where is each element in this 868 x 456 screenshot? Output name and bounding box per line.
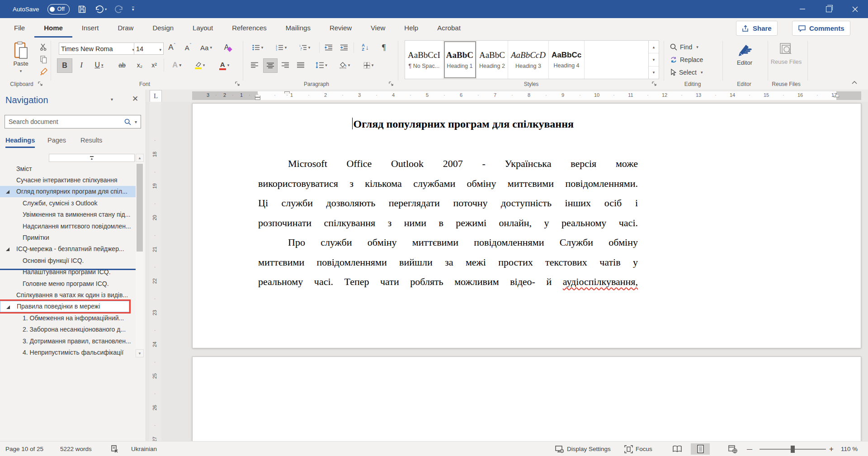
nav-heading-item[interactable]: Зміст [0, 163, 136, 174]
styles-scroll-up-button[interactable]: ▴ [649, 41, 659, 53]
font-size-combo[interactable]: 14 [134, 43, 164, 55]
ribbon-tab-view[interactable]: View [361, 18, 395, 38]
ribbon-tab-references[interactable]: References [222, 18, 276, 38]
style-card-heading-1[interactable]: AaBbCHeading 1 [443, 41, 476, 79]
navigation-pane-close-button[interactable]: ✕ [132, 94, 138, 104]
numbering-button[interactable]: 123 [271, 42, 291, 53]
ribbon-tab-help[interactable]: Help [395, 18, 428, 38]
print-layout-button[interactable] [691, 443, 710, 455]
shading-button[interactable] [335, 58, 354, 72]
align-left-button[interactable] [248, 58, 261, 72]
styles-scroll-down-button[interactable]: ▾ [649, 53, 659, 66]
document-text-line[interactable]: Ці служби дозволяють переглядати поточну… [258, 193, 638, 213]
ribbon-tab-home[interactable]: Home [34, 18, 72, 38]
nav-heading-item[interactable]: Надсилання миттєвого повідомлен... [0, 220, 136, 232]
vertical-ruler[interactable]: 18·19·20·21·22·23·24·25·26·27·· [149, 102, 161, 441]
nav-heading-item[interactable]: 1. Обмеження на інформаційний... [0, 312, 136, 323]
text-effects-button[interactable]: A [167, 58, 186, 72]
nav-heading-item[interactable]: Примітки [0, 232, 136, 243]
decrease-indent-button[interactable] [322, 42, 335, 53]
save-button[interactable] [78, 5, 86, 14]
italic-button[interactable]: I [75, 58, 88, 72]
document-text-line[interactable]: розпочинати спілкування з ними в режимі … [258, 213, 638, 233]
align-center-button[interactable] [263, 58, 278, 73]
zoom-slider-thumb[interactable] [791, 446, 795, 453]
superscript-button[interactable]: x² [147, 58, 161, 72]
nav-heading-item[interactable]: 2. Заборона несанкціонованого д... [0, 323, 136, 335]
style-card-heading-4[interactable]: AaBbCcHeading 4 [549, 41, 585, 79]
cut-button[interactable] [38, 42, 49, 52]
multilevel-list-button[interactable]: 1ai [295, 42, 315, 53]
document-text-line[interactable]: реальному часі. Тепер чати роблять можли… [258, 272, 638, 292]
nav-tab-pages[interactable]: Pages [47, 137, 66, 144]
align-right-button[interactable] [278, 58, 292, 72]
ribbon-tab-design[interactable]: Design [143, 18, 183, 38]
tab-selector[interactable]: L [150, 90, 162, 102]
search-input[interactable] [5, 118, 124, 125]
styles-more-button[interactable]: ▾ [649, 66, 659, 79]
expand-triangle-icon[interactable] [6, 305, 10, 309]
editor-button[interactable]: Editor [729, 42, 760, 66]
zoom-level-button[interactable]: 110 % [841, 442, 858, 456]
borders-button[interactable] [358, 58, 379, 72]
grow-font-button[interactable]: Aˆ [165, 42, 178, 53]
horizontal-ruler[interactable]: 321···1·2·3·4·5·6·7·8·9·10·11·12·13·14·1… [192, 91, 861, 100]
sort-button[interactable]: A Z ↓ [357, 41, 373, 54]
share-button[interactable]: Share [736, 21, 778, 36]
subscript-button[interactable]: x₂ [133, 58, 146, 72]
navigation-scrollbar-thumb[interactable] [137, 164, 143, 252]
display-settings-button[interactable]: Display Settings [555, 442, 611, 456]
navigation-pane-options-button[interactable]: ▾ [111, 97, 113, 102]
page-number-status[interactable]: Page 10 of 25 [5, 442, 43, 456]
navigation-scroll-top-box[interactable]: ▲ [49, 154, 135, 162]
shrink-font-button[interactable]: Aˇ [182, 42, 194, 53]
expand-triangle-icon[interactable] [6, 190, 9, 194]
document-text-line[interactable]: Microsoft Office Outlook 2007 - Українсь… [258, 154, 638, 174]
bullets-button[interactable] [248, 42, 268, 53]
highlight-color-button[interactable] [190, 58, 210, 72]
paste-button[interactable]: Paste [6, 41, 35, 74]
show-paragraph-marks-button[interactable]: ¶ [377, 41, 391, 54]
style-card-heading-2[interactable]: AaBbCHeading 2 [476, 41, 508, 79]
font-family-combo[interactable]: Times New Roma [59, 43, 137, 55]
document-next-page[interactable] [192, 356, 861, 441]
close-button[interactable] [842, 0, 868, 18]
find-button[interactable]: Find [670, 42, 711, 52]
copy-button[interactable] [38, 54, 49, 64]
font-dialog-launcher-icon[interactable] [235, 81, 240, 86]
nav-heading-item[interactable]: Огляд популярних програм для спіл... [0, 186, 136, 197]
expand-triangle-icon[interactable] [6, 247, 9, 251]
ribbon-tab-layout[interactable]: Layout [183, 18, 222, 38]
navigation-scrollbar-down-button[interactable]: ▼ [136, 349, 144, 357]
maximize-button[interactable] [816, 0, 842, 18]
word-count-status[interactable]: 5222 words [60, 442, 92, 456]
undo-button[interactable]: ▾ [94, 5, 107, 13]
nav-tab-results[interactable]: Results [80, 137, 102, 144]
nav-heading-item[interactable]: Основні функції ICQ. [0, 255, 136, 266]
language-status[interactable]: Ukrainian [131, 442, 157, 456]
format-painter-button[interactable] [38, 66, 49, 76]
nav-heading-item[interactable]: Служби, сумісні з Outlook [0, 197, 136, 209]
increase-indent-button[interactable] [337, 42, 351, 53]
nav-heading-item[interactable]: Правила поведінки в мережі [0, 301, 129, 312]
nav-heading-item[interactable]: Сучасне інтерактивне спілкування [0, 174, 136, 185]
navigation-scrollbar-up-button[interactable]: ▲ [136, 154, 144, 162]
document-page[interactable]: Огляд популярних програм для спілкування… [192, 103, 861, 348]
document-text-line[interactable]: миттєвими повідомленнями вийшли за межі … [258, 252, 638, 272]
nav-heading-item[interactable]: Головне меню програми ICQ. [0, 278, 136, 289]
search-icon[interactable] [124, 119, 131, 125]
paragraph-dialog-launcher-icon[interactable] [389, 81, 394, 86]
minimize-button[interactable] [789, 0, 816, 18]
nav-heading-item[interactable]: Увімкнення та вимкнення стану під... [0, 209, 136, 220]
collapse-ribbon-button[interactable] [852, 81, 857, 85]
ribbon-tab-review[interactable]: Review [320, 18, 361, 38]
document-text-column[interactable]: Огляд популярних програм для спілкування… [258, 114, 638, 292]
autosave-toggle[interactable]: Off [47, 4, 70, 14]
replace-button[interactable]: Replace [670, 54, 714, 65]
nav-heading-item[interactable]: 3. Дотримання правил, встановлен... [0, 335, 136, 347]
search-options-chevron-icon[interactable]: ▾ [135, 119, 137, 124]
reuse-files-button[interactable]: Reuse Files [770, 42, 802, 65]
strikethrough-button[interactable]: ab [114, 58, 130, 72]
justify-button[interactable] [294, 58, 307, 72]
document-text-line[interactable]: Про служби обміну миттєвими повідомлення… [258, 233, 638, 252]
